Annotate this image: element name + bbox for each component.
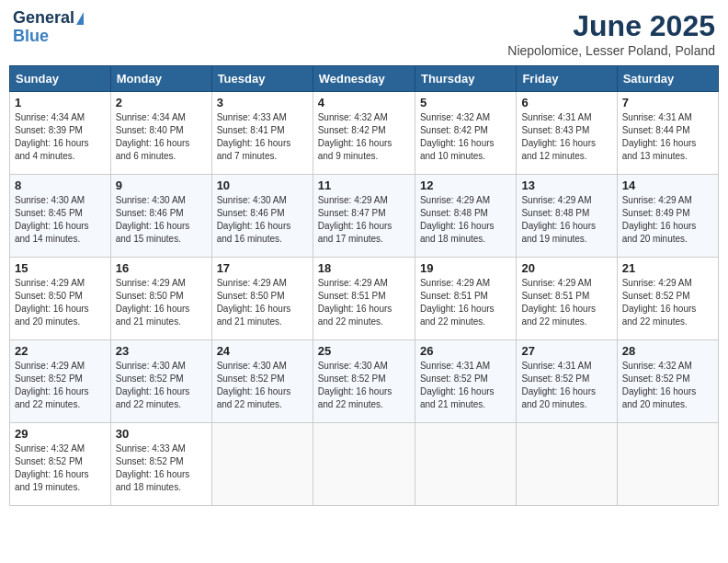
day-info: Sunrise: 4:32 AM Sunset: 8:42 PM Dayligh… — [420, 111, 511, 163]
day-info: Sunrise: 4:29 AM Sunset: 8:47 PM Dayligh… — [318, 194, 410, 246]
day-number: 4 — [318, 96, 410, 109]
calendar-cell: 12Sunrise: 4:29 AM Sunset: 8:48 PM Dayli… — [415, 175, 516, 258]
day-number: 26 — [420, 344, 511, 358]
logo-general: General — [13, 9, 74, 28]
calendar-cell: 16Sunrise: 4:29 AM Sunset: 8:50 PM Dayli… — [110, 258, 211, 340]
day-info: Sunrise: 4:30 AM Sunset: 8:52 PM Dayligh… — [318, 360, 410, 411]
day-number: 19 — [420, 261, 511, 275]
day-info: Sunrise: 4:29 AM Sunset: 8:52 PM Dayligh… — [15, 360, 106, 411]
day-number: 20 — [521, 261, 611, 275]
calendar-cell: 8Sunrise: 4:30 AM Sunset: 8:45 PM Daylig… — [10, 175, 111, 258]
day-info: Sunrise: 4:31 AM Sunset: 8:52 PM Dayligh… — [420, 360, 511, 411]
day-header-saturday: Saturday — [617, 66, 718, 92]
day-info: Sunrise: 4:32 AM Sunset: 8:42 PM Dayligh… — [318, 111, 410, 163]
day-info: Sunrise: 4:29 AM Sunset: 8:50 PM Dayligh… — [15, 277, 106, 328]
day-info: Sunrise: 4:32 AM Sunset: 8:52 PM Dayligh… — [622, 360, 713, 411]
day-info: Sunrise: 4:29 AM Sunset: 8:51 PM Dayligh… — [318, 277, 410, 328]
calendar-cell: 20Sunrise: 4:29 AM Sunset: 8:51 PM Dayli… — [517, 258, 617, 340]
day-info: Sunrise: 4:31 AM Sunset: 8:52 PM Dayligh… — [521, 360, 611, 411]
day-number: 22 — [15, 344, 106, 358]
day-number: 17 — [217, 261, 308, 275]
day-info: Sunrise: 4:30 AM Sunset: 8:52 PM Dayligh… — [217, 360, 308, 411]
day-number: 29 — [15, 427, 106, 441]
calendar-cell: 23Sunrise: 4:30 AM Sunset: 8:52 PM Dayli… — [110, 340, 211, 423]
calendar-cell: 30Sunrise: 4:33 AM Sunset: 8:52 PM Dayli… — [110, 423, 211, 506]
calendar-cell — [211, 423, 313, 506]
calendar-week-5: 29Sunrise: 4:32 AM Sunset: 8:52 PM Dayli… — [10, 423, 719, 506]
calendar-cell: 29Sunrise: 4:32 AM Sunset: 8:52 PM Dayli… — [10, 423, 111, 506]
day-header-wednesday: Wednesday — [313, 66, 415, 92]
day-number: 16 — [116, 261, 207, 275]
month-title: June 2025 — [507, 9, 715, 43]
day-number: 25 — [318, 344, 410, 358]
calendar-cell: 11Sunrise: 4:29 AM Sunset: 8:47 PM Dayli… — [313, 175, 415, 258]
day-number: 13 — [521, 178, 611, 192]
day-header-sunday: Sunday — [10, 66, 111, 92]
header: General Blue June 2025 Niepolomice, Less… — [9, 9, 719, 58]
calendar-cell: 2Sunrise: 4:34 AM Sunset: 8:40 PM Daylig… — [110, 92, 211, 175]
day-info: Sunrise: 4:33 AM Sunset: 8:41 PM Dayligh… — [217, 111, 308, 163]
day-number: 28 — [622, 344, 713, 358]
calendar-cell: 3Sunrise: 4:33 AM Sunset: 8:41 PM Daylig… — [211, 92, 313, 175]
day-number: 30 — [116, 427, 207, 441]
calendar-cell: 4Sunrise: 4:32 AM Sunset: 8:42 PM Daylig… — [313, 92, 415, 175]
calendar-cell: 24Sunrise: 4:30 AM Sunset: 8:52 PM Dayli… — [211, 340, 313, 423]
day-number: 27 — [521, 344, 611, 358]
calendar-cell: 9Sunrise: 4:30 AM Sunset: 8:46 PM Daylig… — [110, 175, 211, 258]
day-number: 9 — [116, 178, 207, 192]
calendar-cell: 26Sunrise: 4:31 AM Sunset: 8:52 PM Dayli… — [415, 340, 516, 423]
calendar-cell — [313, 423, 415, 506]
calendar-cell: 13Sunrise: 4:29 AM Sunset: 8:48 PM Dayli… — [517, 175, 617, 258]
day-info: Sunrise: 4:29 AM Sunset: 8:52 PM Dayligh… — [622, 277, 713, 328]
day-number: 14 — [622, 178, 713, 192]
calendar-cell — [517, 423, 617, 506]
day-number: 2 — [116, 96, 207, 109]
calendar-cell: 1Sunrise: 4:34 AM Sunset: 8:39 PM Daylig… — [10, 92, 111, 175]
calendar-cell: 14Sunrise: 4:29 AM Sunset: 8:49 PM Dayli… — [617, 175, 718, 258]
calendar-cell — [415, 423, 516, 506]
day-info: Sunrise: 4:29 AM Sunset: 8:50 PM Dayligh… — [217, 277, 308, 328]
calendar-cell: 22Sunrise: 4:29 AM Sunset: 8:52 PM Dayli… — [10, 340, 111, 423]
day-info: Sunrise: 4:29 AM Sunset: 8:50 PM Dayligh… — [116, 277, 207, 328]
day-number: 12 — [420, 178, 511, 192]
day-number: 21 — [622, 261, 713, 275]
day-info: Sunrise: 4:30 AM Sunset: 8:45 PM Dayligh… — [15, 194, 106, 246]
logo-triangle-icon — [76, 12, 84, 25]
day-header-thursday: Thursday — [415, 66, 516, 92]
logo-blue: Blue — [13, 28, 49, 46]
day-number: 24 — [217, 344, 308, 358]
day-info: Sunrise: 4:34 AM Sunset: 8:40 PM Dayligh… — [116, 111, 207, 163]
day-info: Sunrise: 4:29 AM Sunset: 8:48 PM Dayligh… — [420, 194, 511, 246]
day-header-monday: Monday — [110, 66, 211, 92]
calendar-week-3: 15Sunrise: 4:29 AM Sunset: 8:50 PM Dayli… — [10, 258, 719, 340]
calendar-week-4: 22Sunrise: 4:29 AM Sunset: 8:52 PM Dayli… — [10, 340, 719, 423]
day-info: Sunrise: 4:30 AM Sunset: 8:52 PM Dayligh… — [116, 360, 207, 411]
day-number: 5 — [420, 96, 511, 109]
day-info: Sunrise: 4:29 AM Sunset: 8:51 PM Dayligh… — [420, 277, 511, 328]
calendar-week-2: 8Sunrise: 4:30 AM Sunset: 8:45 PM Daylig… — [10, 175, 719, 258]
title-area: June 2025 Niepolomice, Lesser Poland, Po… — [507, 9, 715, 58]
calendar-cell: 18Sunrise: 4:29 AM Sunset: 8:51 PM Dayli… — [313, 258, 415, 340]
day-header-friday: Friday — [517, 66, 617, 92]
day-info: Sunrise: 4:31 AM Sunset: 8:44 PM Dayligh… — [622, 111, 713, 163]
calendar-cell: 6Sunrise: 4:31 AM Sunset: 8:43 PM Daylig… — [517, 92, 617, 175]
calendar-table: SundayMondayTuesdayWednesdayThursdayFrid… — [9, 65, 719, 506]
day-number: 3 — [217, 96, 308, 109]
day-info: Sunrise: 4:29 AM Sunset: 8:48 PM Dayligh… — [521, 194, 611, 246]
day-number: 18 — [318, 261, 410, 275]
day-header-tuesday: Tuesday — [211, 66, 313, 92]
calendar-cell: 25Sunrise: 4:30 AM Sunset: 8:52 PM Dayli… — [313, 340, 415, 423]
day-info: Sunrise: 4:30 AM Sunset: 8:46 PM Dayligh… — [116, 194, 207, 246]
day-number: 15 — [15, 261, 106, 275]
logo: General Blue — [13, 9, 84, 46]
day-info: Sunrise: 4:29 AM Sunset: 8:49 PM Dayligh… — [622, 194, 713, 246]
calendar-header-row: SundayMondayTuesdayWednesdayThursdayFrid… — [10, 66, 719, 92]
calendar-cell: 15Sunrise: 4:29 AM Sunset: 8:50 PM Dayli… — [10, 258, 111, 340]
day-info: Sunrise: 4:30 AM Sunset: 8:46 PM Dayligh… — [217, 194, 308, 246]
calendar-cell: 10Sunrise: 4:30 AM Sunset: 8:46 PM Dayli… — [211, 175, 313, 258]
calendar-cell: 7Sunrise: 4:31 AM Sunset: 8:44 PM Daylig… — [617, 92, 718, 175]
day-number: 8 — [15, 178, 106, 192]
day-number: 6 — [521, 96, 611, 109]
day-info: Sunrise: 4:29 AM Sunset: 8:51 PM Dayligh… — [521, 277, 611, 328]
calendar-cell — [617, 423, 718, 506]
